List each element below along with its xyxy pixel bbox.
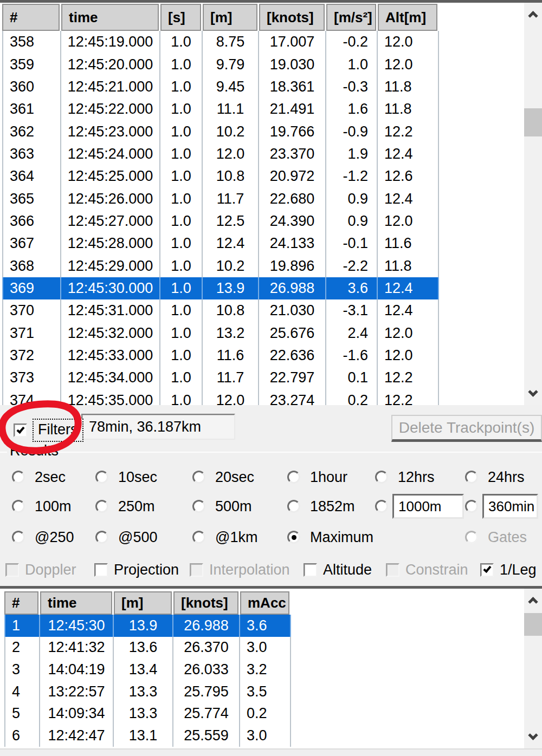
checkbox[interactable] (386, 563, 399, 577)
radio-option-12hrs[interactable]: 12hrs (375, 468, 435, 486)
radio-option-500m[interactable]: 500m (192, 497, 252, 516)
checkbox[interactable] (190, 563, 203, 577)
column-header-s[interactable]: [s] (160, 4, 201, 31)
table-row[interactable]: 36412:45:25.0001.010.820.972-1.212.6 (2, 165, 439, 187)
table-row[interactable]: 36112:45:22.0001.011.121.4911.611.8 (2, 98, 439, 120)
radio-option-maximum[interactable]: Maximum (287, 528, 373, 546)
column-header-m[interactable]: [m] (203, 4, 257, 31)
checkbox-label: Constrain (405, 562, 468, 578)
table-row[interactable]: 112:45:3013.926.9883.6 (4, 615, 291, 637)
table-row[interactable]: 36812:45:29.0001.010.219.896-2.211.8 (2, 255, 439, 277)
track-summary-field[interactable]: 78min, 36.187km (81, 414, 235, 440)
table-row[interactable]: 212:41:3213.626.3703.0 (4, 637, 291, 659)
table-row[interactable]: 37212:45:33.0001.011.622.636-1.612.0 (2, 344, 439, 367)
scrollbar-thumb[interactable] (524, 613, 542, 636)
scroll-up-button[interactable] (524, 589, 542, 612)
table-row[interactable]: 37312:45:34.0001.011.722.7970.112.2 (2, 367, 439, 389)
column-header-m[interactable]: [m] (114, 591, 172, 615)
radio-option-100m[interactable]: 100m (12, 497, 72, 516)
radio-button[interactable] (375, 471, 388, 484)
column-header-num[interactable]: # (4, 591, 38, 615)
radio-button[interactable] (12, 500, 25, 513)
filters-checkbox[interactable] (14, 423, 27, 437)
radio-button[interactable] (465, 471, 478, 484)
radio-button[interactable] (12, 471, 25, 484)
radio-option-250m[interactable]: 250m (95, 497, 155, 516)
table-row[interactable]: 35812:45:19.0001.08.7517.007-0.212.0 (2, 31, 439, 53)
radio-button[interactable] (95, 471, 108, 484)
column-header-altm[interactable]: Alt[m] (378, 4, 437, 31)
scroll-up-button[interactable] (524, 3, 542, 26)
checkbox-option-1leg[interactable]: 1/Leg (480, 561, 537, 578)
radio-option-250[interactable]: @250 (12, 528, 74, 546)
radio-button[interactable] (375, 500, 388, 513)
radio-button[interactable] (12, 531, 25, 544)
table-row[interactable]: 36512:45:26.0001.011.722.6800.912.4 (2, 187, 439, 210)
radio-option-24hrs[interactable]: 24hrs (465, 468, 525, 486)
table-row[interactable]: 36012:45:21.0001.09.4518.361-0.311.8 (2, 76, 439, 98)
radio-option-gates[interactable]: Gates (465, 528, 527, 546)
table-row[interactable]: 36912:45:30.0001.013.926.9883.612.4 (2, 277, 439, 299)
table-row[interactable]: 514:09:3413.325.7740.2 (4, 702, 291, 725)
checkbox[interactable] (94, 563, 108, 577)
radio-button[interactable] (287, 531, 300, 544)
radio-option-500[interactable]: @500 (95, 528, 157, 546)
cell: 9.79 (203, 53, 259, 75)
column-header-num[interactable]: # (2, 4, 60, 31)
table-row[interactable]: 35912:45:20.0001.09.7919.0301.012.0 (2, 53, 439, 75)
checkbox-option-doppler[interactable]: Doppler (5, 561, 76, 578)
table-row[interactable]: 36312:45:24.0001.012.023.3701.912.4 (2, 143, 439, 165)
radio-button[interactable] (192, 531, 205, 544)
radio-option-20sec[interactable]: 20sec (192, 468, 254, 486)
scroll-down-button[interactable] (524, 382, 542, 405)
table-row[interactable]: 37412:45:35.0001.012.023.2740.212.2 (2, 389, 439, 406)
trackpoint-table-scrollbar[interactable] (524, 3, 542, 405)
results-table-scrollbar[interactable] (524, 589, 542, 748)
table-row[interactable]: 314:04:1913.426.0333.2 (4, 659, 291, 681)
column-header-knots[interactable]: [knots] (259, 4, 325, 31)
radio-button[interactable] (287, 471, 300, 484)
radio-button[interactable] (95, 531, 108, 544)
checkbox[interactable] (480, 563, 494, 577)
radio-option[interactable] (375, 497, 388, 516)
column-header-ms[interactable]: [m/s²] (326, 4, 376, 31)
filters-checkbox-group[interactable]: Filters (14, 419, 83, 442)
radio-button[interactable] (95, 500, 108, 513)
cell: 2.4 (326, 322, 378, 344)
radio-button[interactable] (287, 500, 300, 513)
column-header-time[interactable]: time (40, 591, 112, 615)
column-header-knots[interactable]: [knots] (173, 591, 238, 615)
radio-option-1km[interactable]: @1km (192, 528, 257, 546)
radio-button[interactable] (192, 471, 205, 484)
radio-option-10sec[interactable]: 10sec (95, 468, 157, 486)
scroll-down-button[interactable] (524, 725, 542, 748)
checkbox-option-altitude[interactable]: Altitude (304, 561, 372, 578)
value-input[interactable] (392, 494, 464, 519)
table-row[interactable]: 612:42:4713.125.5593.0 (4, 725, 291, 747)
checkbox[interactable] (5, 563, 19, 577)
table-row[interactable]: 37112:45:32.0001.013.225.6762.412.0 (2, 322, 439, 344)
radio-option[interactable] (465, 497, 478, 516)
checkbox-option-interpolation[interactable]: Interpolation (190, 561, 290, 578)
filters-checkbox-label[interactable]: Filters (33, 419, 83, 442)
delete-trackpoints-button[interactable]: Delete Trackpoint(s) (391, 415, 542, 442)
table-row[interactable]: 36212:45:23.0001.010.219.766-0.912.2 (2, 120, 439, 142)
column-header-time[interactable]: time (61, 4, 159, 31)
radio-button[interactable] (465, 500, 478, 513)
radio-option-2sec[interactable]: 2sec (12, 468, 66, 486)
radio-button[interactable] (192, 500, 205, 513)
checkbox[interactable] (304, 563, 317, 577)
column-header-macc[interactable]: mAcc (240, 591, 289, 615)
radio-option-1hour[interactable]: 1hour (287, 468, 347, 486)
scrollbar-thumb[interactable] (524, 108, 542, 136)
table-row[interactable]: 37012:45:31.0001.010.821.030-3.112.4 (2, 299, 439, 322)
checkbox-option-projection[interactable]: Projection (94, 561, 179, 578)
value-input[interactable] (482, 494, 538, 519)
radio-option-1852m[interactable]: 1852m (287, 497, 355, 516)
table-row[interactable]: 36612:45:27.0001.012.524.3900.912.0 (2, 210, 439, 232)
table-row[interactable]: 36712:45:28.0001.012.424.133-0.111.6 (2, 232, 439, 255)
radio-button[interactable] (465, 531, 478, 544)
table-row[interactable]: 413:22:5713.325.7953.5 (4, 681, 291, 703)
checkbox-option-constrain[interactable]: Constrain (386, 561, 468, 578)
track-analysis-window: { "colors": { "selection_blue": "#0a6cd4… (0, 0, 542, 756)
